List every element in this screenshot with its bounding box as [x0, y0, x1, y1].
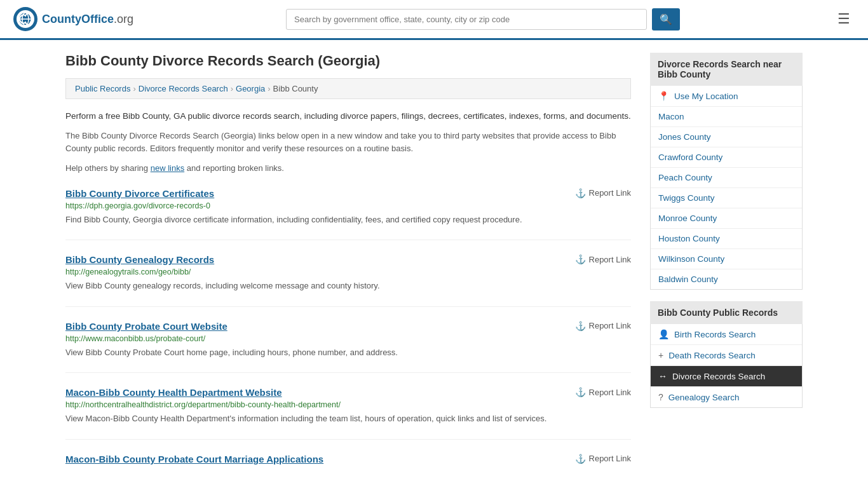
public-records-list: 👤 Birth Records Search + Death Records S… — [650, 324, 803, 408]
public-record-item[interactable]: + Death Records Search — [651, 345, 802, 366]
public-record-icon: 👤 — [658, 329, 669, 339]
nearby-item-label: Twiggs County — [658, 193, 715, 203]
anchor-icon: ⚓ — [575, 188, 586, 198]
nearby-section: Divorce Records Search near Bibb County … — [650, 53, 803, 290]
report-link[interactable]: ⚓ Report Link — [575, 454, 631, 464]
record-url[interactable]: http://genealogytrails.com/geo/bibb/ — [65, 268, 631, 276]
record-header: Macon-Bibb County Health Department Webs… — [65, 387, 631, 398]
public-record-icon: ? — [658, 392, 663, 402]
breadcrumb-current: Bibb County — [273, 84, 318, 93]
logo[interactable]: CountyOffice.org — [13, 6, 133, 32]
logo-text: CountyOffice.org — [42, 13, 133, 26]
search-input[interactable] — [286, 9, 647, 30]
nearby-list: 📍 Use My Location MaconJones CountyCrawf… — [650, 86, 803, 290]
menu-button[interactable]: ☰ — [832, 8, 855, 30]
nearby-item-label: Wilkinson County — [658, 254, 724, 264]
record-header: Macon-Bibb County Probate Court Marriage… — [65, 454, 631, 464]
record-url[interactable]: https://dph.georgia.gov/divorce-records-… — [65, 201, 631, 210]
record-title[interactable]: Bibb County Genealogy Records — [65, 254, 214, 265]
nearby-item[interactable]: Peach County — [651, 168, 802, 188]
page-title: Bibb County Divorce Records Search (Geor… — [65, 53, 631, 69]
public-record-icon: ↔ — [658, 371, 667, 381]
record-title[interactable]: Macon-Bibb County Probate Court Marriage… — [65, 454, 323, 464]
use-my-location[interactable]: 📍 Use My Location — [651, 86, 802, 107]
public-record-item[interactable]: ↔ Divorce Records Search — [651, 366, 802, 387]
search-button[interactable]: 🔍 — [652, 8, 680, 30]
main-container: Bibb County Divorce Records Search (Geor… — [53, 40, 815, 488]
breadcrumb-public-records[interactable]: Public Records — [75, 84, 130, 93]
public-record-item[interactable]: ? Genealogy Search — [651, 387, 802, 407]
record-title[interactable]: Bibb County Divorce Certificates — [65, 188, 214, 199]
nearby-item[interactable]: Wilkinson County — [651, 249, 802, 269]
record-header: Bibb County Divorce Certificates ⚓ Repor… — [65, 188, 631, 199]
record-title[interactable]: Bibb County Probate Court Website — [65, 321, 227, 332]
new-links-link[interactable]: new links — [151, 163, 184, 173]
description-3: Help others by sharing new links and rep… — [65, 162, 631, 175]
nearby-item[interactable]: Macon — [651, 107, 802, 127]
record-item: Macon-Bibb County Health Department Webs… — [65, 387, 631, 440]
public-records-section: Bibb County Public Records 👤 Birth Recor… — [650, 301, 803, 408]
description-2: The Bibb County Divorce Records Search (… — [65, 130, 631, 156]
record-desc: View Bibb County Probate Court home page… — [65, 346, 631, 359]
record-item: Bibb County Probate Court Website ⚓ Repo… — [65, 321, 631, 374]
record-item: Bibb County Genealogy Records ⚓ Report L… — [65, 254, 631, 307]
public-records-container: 👤 Birth Records Search + Death Records S… — [651, 324, 802, 407]
nearby-item[interactable]: Crawford County — [651, 147, 802, 168]
public-record-item[interactable]: 👤 Birth Records Search — [651, 324, 802, 345]
record-title[interactable]: Macon-Bibb County Health Department Webs… — [65, 387, 282, 398]
record-desc: View Bibb County genealogy records, incl… — [65, 280, 631, 292]
anchor-icon: ⚓ — [575, 254, 586, 264]
nearby-item-label: Peach County — [658, 173, 712, 182]
nearby-items-container: MaconJones CountyCrawford CountyPeach Co… — [651, 107, 802, 289]
record-url[interactable]: http://www.maconbibb.us/probate-court/ — [65, 334, 631, 343]
nearby-item-label: Monroe County — [658, 214, 717, 223]
public-record-label: Birth Records Search — [674, 330, 756, 339]
nearby-item-label: Jones County — [658, 132, 711, 142]
record-header: Bibb County Genealogy Records ⚓ Report L… — [65, 254, 631, 265]
report-link[interactable]: ⚓ Report Link — [575, 188, 631, 198]
public-record-label: Genealogy Search — [668, 393, 740, 402]
anchor-icon: ⚓ — [575, 387, 586, 397]
nearby-header: Divorce Records Search near Bibb County — [650, 53, 803, 86]
record-item: Macon-Bibb County Probate Court Marriage… — [65, 454, 631, 481]
breadcrumb-divorce-records[interactable]: Divorce Records Search — [139, 84, 228, 93]
site-header: CountyOffice.org 🔍 ☰ — [0, 0, 868, 40]
record-desc: Find Bibb County, Georgia divorce certif… — [65, 214, 631, 226]
nearby-item-label: Macon — [658, 112, 684, 121]
nearby-item[interactable]: Baldwin County — [651, 269, 802, 289]
report-link[interactable]: ⚓ Report Link — [575, 254, 631, 264]
public-records-header: Bibb County Public Records — [650, 301, 803, 324]
nearby-item[interactable]: Monroe County — [651, 208, 802, 229]
nearby-item-label: Baldwin County — [658, 274, 718, 284]
breadcrumb: Public Records › Divorce Records Search … — [65, 78, 631, 99]
nearby-item[interactable]: Twiggs County — [651, 188, 802, 208]
nearby-item-label: Crawford County — [658, 152, 722, 162]
nearby-item[interactable]: Houston County — [651, 229, 802, 249]
anchor-icon: ⚓ — [575, 454, 586, 464]
public-record-label: Death Records Search — [668, 351, 756, 360]
nearby-item[interactable]: Jones County — [651, 127, 802, 147]
record-desc: View Macon-Bibb County Health Department… — [65, 412, 631, 425]
records-list: Bibb County Divorce Certificates ⚓ Repor… — [65, 188, 631, 481]
sidebar: Divorce Records Search near Bibb County … — [650, 53, 803, 488]
location-icon: 📍 — [658, 91, 669, 101]
content-area: Bibb County Divorce Records Search (Geor… — [65, 53, 631, 488]
report-link[interactable]: ⚓ Report Link — [575, 321, 631, 331]
anchor-icon: ⚓ — [575, 321, 586, 331]
description-1: Perform a free Bibb County, GA public di… — [65, 109, 631, 123]
search-area: 🔍 — [286, 8, 680, 30]
public-record-icon: + — [658, 350, 663, 360]
report-link[interactable]: ⚓ Report Link — [575, 387, 631, 397]
breadcrumb-georgia[interactable]: Georgia — [236, 84, 265, 93]
logo-icon — [13, 6, 38, 32]
nearby-item-label: Houston County — [658, 234, 720, 243]
record-url[interactable]: http://northcentralhealthdistrict.org/de… — [65, 400, 631, 409]
record-item: Bibb County Divorce Certificates ⚓ Repor… — [65, 188, 631, 241]
public-record-label: Divorce Records Search — [672, 372, 765, 381]
record-header: Bibb County Probate Court Website ⚓ Repo… — [65, 321, 631, 332]
